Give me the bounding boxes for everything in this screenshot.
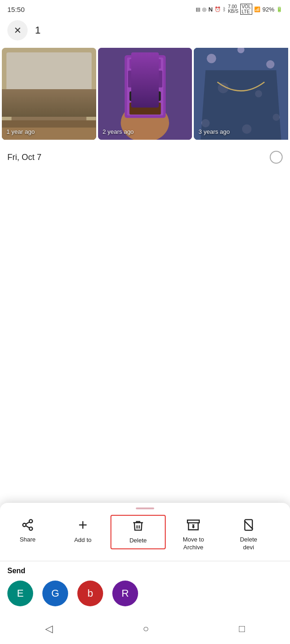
photo-2-label: 2 years ago	[103, 128, 134, 135]
photo-3-label: 3 years ago	[198, 128, 230, 135]
avatar-R[interactable]: R	[112, 581, 138, 608]
battery-text: 92%	[262, 6, 274, 13]
close-selection-button[interactable]: ✕	[7, 20, 28, 40]
back-button[interactable]: ◁	[41, 619, 57, 638]
svg-rect-1	[9, 53, 89, 101]
svg-point-21	[207, 54, 216, 63]
send-avatars: E G b R	[7, 581, 283, 612]
delete-device-button[interactable]: Deletedevi	[221, 515, 276, 555]
avatar-circle-R: R	[112, 581, 138, 606]
content-spacer	[0, 171, 290, 327]
delete-device-label: Deletedevi	[240, 536, 257, 552]
send-section: Send E G b R	[0, 561, 290, 616]
avatar-b[interactable]: b	[77, 581, 103, 608]
avatar-circle-G: G	[42, 581, 68, 606]
avatar-circle-E: E	[7, 581, 33, 606]
add-icon	[76, 519, 89, 534]
delete-icon	[132, 519, 145, 534]
data-speed: 7.00KB/S	[228, 5, 238, 14]
svg-point-23	[267, 60, 275, 68]
bluetooth-icon: ᛒ	[223, 6, 226, 12]
delete-label: Delete	[129, 537, 147, 545]
svg-point-30	[23, 524, 26, 527]
home-button[interactable]: ○	[139, 619, 152, 638]
share-icon	[21, 519, 34, 533]
avatar-G[interactable]: G	[42, 581, 68, 608]
status-bar: 15:50 ▤ ◎ N ⏰ ᛒ 7.00KB/S VOLLTE 📶 92% 🔋	[0, 0, 290, 17]
signal-icon: 📶	[254, 6, 261, 12]
svg-point-29	[29, 520, 33, 523]
fabric-image	[194, 48, 288, 140]
svg-rect-6	[35, 84, 62, 108]
svg-marker-8	[9, 70, 88, 94]
avatar-circle-b: b	[77, 581, 103, 606]
svg-line-40	[244, 521, 253, 530]
svg-line-32	[26, 526, 29, 528]
move-to-archive-button[interactable]: Move toArchive	[166, 515, 221, 555]
select-date-circle[interactable]	[270, 151, 283, 164]
action-bar: Share Add to De	[0, 509, 290, 561]
selection-header: ✕ 1	[0, 17, 290, 48]
volte-icon: VOLLTE	[240, 4, 252, 15]
delete-button[interactable]: Delete	[110, 515, 166, 549]
building-image	[2, 48, 96, 140]
svg-rect-14	[127, 57, 163, 115]
photo-grid: 1 year ago 2 years ago	[0, 48, 290, 140]
share-button[interactable]: Share	[0, 515, 55, 547]
archive-icon	[187, 519, 200, 533]
photo-building[interactable]: 1 year ago	[2, 48, 96, 140]
nav-bar: ◁ ○ □	[0, 616, 290, 644]
photo-fabric[interactable]: 3 years ago	[194, 48, 288, 140]
svg-rect-5	[60, 74, 74, 94]
move-to-archive-label: Move toArchive	[183, 536, 204, 552]
recents-button[interactable]: □	[235, 619, 249, 638]
avatar-E[interactable]: E	[7, 581, 33, 608]
bottom-sheet: Share Add to De	[0, 503, 290, 644]
svg-rect-4	[21, 74, 35, 94]
battery-icon: 🔋	[276, 6, 283, 12]
svg-point-31	[29, 527, 33, 530]
photo-1-label: 1 year ago	[6, 128, 35, 135]
status-icons: ▤ ◎ N ⏰ ᛒ 7.00KB/S VOLLTE 📶 92% 🔋	[196, 4, 283, 15]
svg-line-33	[26, 522, 29, 524]
svg-rect-18	[129, 103, 161, 114]
svg-rect-16	[128, 71, 162, 88]
svg-rect-17	[129, 91, 161, 101]
add-to-label: Add to	[74, 536, 92, 544]
svg-rect-36	[187, 520, 199, 523]
send-title: Send	[7, 567, 283, 575]
svg-rect-15	[129, 59, 161, 68]
close-icon: ✕	[14, 25, 22, 36]
date-text: Fri, Oct 7	[7, 153, 41, 162]
photo-chocolate[interactable]: 2 years ago	[98, 48, 192, 140]
nfc-icon: N	[209, 6, 213, 13]
add-to-button[interactable]: Add to	[55, 515, 110, 548]
alarm-icon: ⏰	[215, 6, 221, 12]
selection-count: 1	[35, 24, 41, 36]
chocolate-image	[98, 48, 192, 140]
message-icon: ▤	[196, 6, 200, 12]
date-header: Fri, Oct 7	[0, 147, 290, 171]
device-delete-icon	[242, 519, 255, 533]
status-time: 15:50	[7, 6, 25, 13]
share-label: Share	[20, 536, 36, 544]
svg-rect-2	[9, 94, 89, 98]
wifi-icon: ◎	[202, 6, 207, 12]
